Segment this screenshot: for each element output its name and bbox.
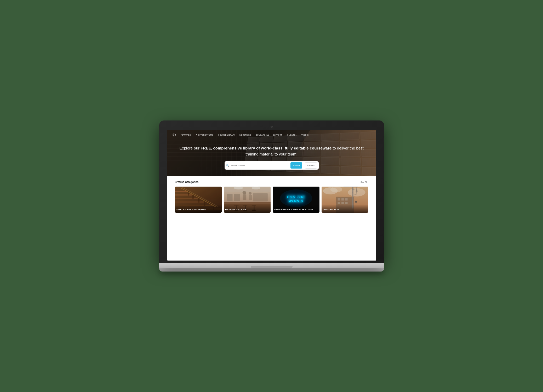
laptop-bottom [159, 268, 384, 272]
nav-item-educate-all[interactable]: EDUCATE ALL [256, 134, 269, 136]
category-card-construction[interactable]: CONSTRUCTION [322, 187, 368, 213]
card-overlay-food: FOOD & HOSPITALITY [224, 204, 271, 213]
chevron-down-icon: ▾ [252, 134, 252, 136]
category-card-food[interactable]: FOOD & HOSPITALITY [224, 187, 271, 213]
nav-item-industries[interactable]: INDUSTRIES ▾ [239, 134, 252, 136]
category-label-safety: SAFETY & RISK MANAGEMENT [176, 209, 206, 210]
search-button[interactable]: Search [290, 162, 302, 169]
card-overlay-sustainability: SUSTAINABILITY & ETHICAL PRACTICES [273, 204, 319, 213]
card-overlay-construction: CONSTRUCTION [322, 204, 368, 213]
see-all-link[interactable]: See All › [361, 181, 368, 183]
search-bar: 🔍 Search ≡ Filters [225, 161, 319, 170]
laptop-camera [271, 126, 273, 128]
screen-content: ⚙ FEATURES ▾ A DIFFERENT LMS ▾ COURSE LI… [167, 130, 376, 261]
category-label-sustainability: SUSTAINABILITY & ETHICAL PRACTICES [274, 209, 313, 210]
nav-item-clients[interactable]: CLIENTS ▾ [287, 134, 297, 136]
chevron-down-icon: ▾ [214, 134, 214, 136]
hero-section: ⚙ FEATURES ▾ A DIFFERENT LMS ▾ COURSE LI… [167, 130, 376, 176]
chevron-down-icon: ▾ [191, 134, 192, 136]
card-overlay-safety: SAFETY & RISK MANAGEMENT [175, 204, 222, 213]
nav-item-pricing[interactable]: PRICING [301, 134, 309, 136]
hero-title: Explore our FREE, comprehensive library … [178, 145, 366, 157]
chevron-down-icon: ▾ [296, 134, 297, 136]
category-card-sustainability[interactable]: FOR THE WORLD SUSTAINABILITY & ETHICAL P… [273, 187, 319, 213]
nav-item-support[interactable]: SUPPORT ▾ [273, 134, 283, 136]
laptop-screen: ⚙ FEATURES ▾ A DIFFERENT LMS ▾ COURSE LI… [167, 130, 376, 261]
category-label-construction: CONSTRUCTION [323, 209, 339, 210]
categories-grid: SAFETY & RISK MANAGEMENT [175, 187, 368, 213]
laptop-container: ⚙ FEATURES ▾ A DIFFERENT LMS ▾ COURSE LI… [159, 120, 384, 272]
browse-title: Browse Categories [175, 181, 199, 183]
main-nav: ⚙ FEATURES ▾ A DIFFERENT LMS ▾ COURSE LI… [167, 130, 376, 140]
category-card-safety[interactable]: SAFETY & RISK MANAGEMENT [175, 187, 222, 213]
nav-item-course-library[interactable]: COURSE LIBRARY [218, 134, 236, 136]
search-icon: 🔍 [226, 164, 229, 167]
filter-icon: ≡ [307, 164, 308, 167]
filters-button[interactable]: ≡ Filters [305, 162, 317, 169]
chevron-down-icon: ▾ [283, 134, 283, 136]
browse-header: Browse Categories See All › [175, 181, 368, 183]
nav-item-features[interactable]: FEATURES ▾ [181, 134, 192, 136]
logo-icon: ⚙ [172, 132, 176, 137]
laptop-base [159, 263, 384, 268]
category-label-food: FOOD & HOSPITALITY [225, 209, 246, 210]
laptop-body: ⚙ FEATURES ▾ A DIFFERENT LMS ▾ COURSE LI… [159, 120, 384, 263]
browse-section: Browse Categories See All › [167, 176, 376, 261]
hero-content: Explore our FREE, comprehensive library … [167, 140, 376, 176]
neon-text-visual: FOR THE WORLD [287, 195, 305, 203]
nav-item-different-lms[interactable]: A DIFFERENT LMS ▾ [196, 134, 215, 136]
search-input[interactable] [231, 164, 289, 167]
